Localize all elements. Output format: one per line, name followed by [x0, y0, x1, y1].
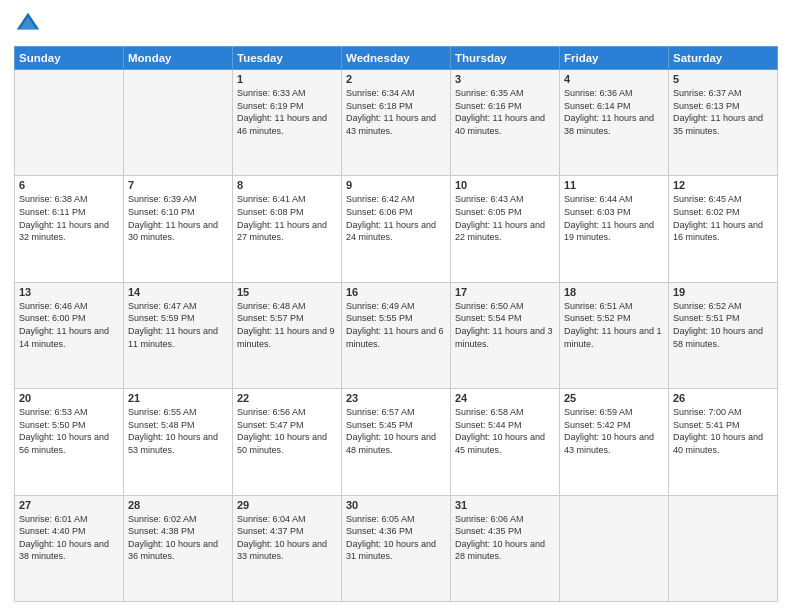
day-info: Sunrise: 6:01 AM Sunset: 4:40 PM Dayligh… — [19, 513, 119, 563]
day-number: 18 — [564, 286, 664, 298]
day-info: Sunrise: 6:39 AM Sunset: 6:10 PM Dayligh… — [128, 193, 228, 243]
calendar-week-row: 27Sunrise: 6:01 AM Sunset: 4:40 PM Dayli… — [15, 495, 778, 601]
day-number: 1 — [237, 73, 337, 85]
calendar-day-cell: 2Sunrise: 6:34 AM Sunset: 6:18 PM Daylig… — [342, 70, 451, 176]
weekday-header-monday: Monday — [124, 47, 233, 70]
day-info: Sunrise: 6:02 AM Sunset: 4:38 PM Dayligh… — [128, 513, 228, 563]
calendar-table: SundayMondayTuesdayWednesdayThursdayFrid… — [14, 46, 778, 602]
day-number: 16 — [346, 286, 446, 298]
day-info: Sunrise: 6:58 AM Sunset: 5:44 PM Dayligh… — [455, 406, 555, 456]
day-info: Sunrise: 6:41 AM Sunset: 6:08 PM Dayligh… — [237, 193, 337, 243]
day-info: Sunrise: 6:05 AM Sunset: 4:36 PM Dayligh… — [346, 513, 446, 563]
day-info: Sunrise: 6:46 AM Sunset: 6:00 PM Dayligh… — [19, 300, 119, 350]
calendar-day-cell: 11Sunrise: 6:44 AM Sunset: 6:03 PM Dayli… — [560, 176, 669, 282]
day-info: Sunrise: 6:44 AM Sunset: 6:03 PM Dayligh… — [564, 193, 664, 243]
day-number: 17 — [455, 286, 555, 298]
calendar-day-cell — [560, 495, 669, 601]
calendar-week-row: 1Sunrise: 6:33 AM Sunset: 6:19 PM Daylig… — [15, 70, 778, 176]
day-info: Sunrise: 6:49 AM Sunset: 5:55 PM Dayligh… — [346, 300, 446, 350]
day-number: 15 — [237, 286, 337, 298]
header — [14, 10, 778, 38]
weekday-header-thursday: Thursday — [451, 47, 560, 70]
day-number: 26 — [673, 392, 773, 404]
day-number: 25 — [564, 392, 664, 404]
calendar-day-cell: 5Sunrise: 6:37 AM Sunset: 6:13 PM Daylig… — [669, 70, 778, 176]
logo-icon — [14, 10, 42, 38]
day-info: Sunrise: 6:45 AM Sunset: 6:02 PM Dayligh… — [673, 193, 773, 243]
calendar-day-cell: 6Sunrise: 6:38 AM Sunset: 6:11 PM Daylig… — [15, 176, 124, 282]
calendar-day-cell: 25Sunrise: 6:59 AM Sunset: 5:42 PM Dayli… — [560, 389, 669, 495]
calendar-day-cell: 21Sunrise: 6:55 AM Sunset: 5:48 PM Dayli… — [124, 389, 233, 495]
day-info: Sunrise: 6:51 AM Sunset: 5:52 PM Dayligh… — [564, 300, 664, 350]
day-info: Sunrise: 6:34 AM Sunset: 6:18 PM Dayligh… — [346, 87, 446, 137]
day-number: 20 — [19, 392, 119, 404]
day-info: Sunrise: 6:57 AM Sunset: 5:45 PM Dayligh… — [346, 406, 446, 456]
day-number: 19 — [673, 286, 773, 298]
weekday-header-sunday: Sunday — [15, 47, 124, 70]
weekday-header-tuesday: Tuesday — [233, 47, 342, 70]
day-info: Sunrise: 6:42 AM Sunset: 6:06 PM Dayligh… — [346, 193, 446, 243]
calendar-day-cell: 31Sunrise: 6:06 AM Sunset: 4:35 PM Dayli… — [451, 495, 560, 601]
calendar-day-cell: 12Sunrise: 6:45 AM Sunset: 6:02 PM Dayli… — [669, 176, 778, 282]
calendar-day-cell: 30Sunrise: 6:05 AM Sunset: 4:36 PM Dayli… — [342, 495, 451, 601]
calendar-day-cell: 10Sunrise: 6:43 AM Sunset: 6:05 PM Dayli… — [451, 176, 560, 282]
calendar-day-cell — [15, 70, 124, 176]
day-info: Sunrise: 6:59 AM Sunset: 5:42 PM Dayligh… — [564, 406, 664, 456]
day-number: 28 — [128, 499, 228, 511]
calendar-day-cell: 14Sunrise: 6:47 AM Sunset: 5:59 PM Dayli… — [124, 282, 233, 388]
calendar-day-cell: 4Sunrise: 6:36 AM Sunset: 6:14 PM Daylig… — [560, 70, 669, 176]
day-number: 29 — [237, 499, 337, 511]
day-info: Sunrise: 6:43 AM Sunset: 6:05 PM Dayligh… — [455, 193, 555, 243]
day-number: 4 — [564, 73, 664, 85]
logo — [14, 10, 46, 38]
day-info: Sunrise: 6:37 AM Sunset: 6:13 PM Dayligh… — [673, 87, 773, 137]
day-number: 9 — [346, 179, 446, 191]
calendar-day-cell: 3Sunrise: 6:35 AM Sunset: 6:16 PM Daylig… — [451, 70, 560, 176]
day-number: 5 — [673, 73, 773, 85]
calendar-day-cell: 27Sunrise: 6:01 AM Sunset: 4:40 PM Dayli… — [15, 495, 124, 601]
day-info: Sunrise: 6:47 AM Sunset: 5:59 PM Dayligh… — [128, 300, 228, 350]
day-number: 12 — [673, 179, 773, 191]
calendar-day-cell — [669, 495, 778, 601]
day-number: 13 — [19, 286, 119, 298]
calendar-day-cell: 23Sunrise: 6:57 AM Sunset: 5:45 PM Dayli… — [342, 389, 451, 495]
day-info: Sunrise: 6:52 AM Sunset: 5:51 PM Dayligh… — [673, 300, 773, 350]
calendar-day-cell: 15Sunrise: 6:48 AM Sunset: 5:57 PM Dayli… — [233, 282, 342, 388]
day-number: 27 — [19, 499, 119, 511]
calendar-day-cell: 20Sunrise: 6:53 AM Sunset: 5:50 PM Dayli… — [15, 389, 124, 495]
weekday-header-wednesday: Wednesday — [342, 47, 451, 70]
day-number: 7 — [128, 179, 228, 191]
day-number: 6 — [19, 179, 119, 191]
day-info: Sunrise: 6:53 AM Sunset: 5:50 PM Dayligh… — [19, 406, 119, 456]
calendar-day-cell: 9Sunrise: 6:42 AM Sunset: 6:06 PM Daylig… — [342, 176, 451, 282]
calendar-week-row: 20Sunrise: 6:53 AM Sunset: 5:50 PM Dayli… — [15, 389, 778, 495]
calendar-day-cell — [124, 70, 233, 176]
calendar-day-cell: 7Sunrise: 6:39 AM Sunset: 6:10 PM Daylig… — [124, 176, 233, 282]
calendar-day-cell: 19Sunrise: 6:52 AM Sunset: 5:51 PM Dayli… — [669, 282, 778, 388]
day-number: 21 — [128, 392, 228, 404]
day-info: Sunrise: 6:56 AM Sunset: 5:47 PM Dayligh… — [237, 406, 337, 456]
day-number: 2 — [346, 73, 446, 85]
day-number: 11 — [564, 179, 664, 191]
day-number: 30 — [346, 499, 446, 511]
calendar-week-row: 6Sunrise: 6:38 AM Sunset: 6:11 PM Daylig… — [15, 176, 778, 282]
calendar-day-cell: 22Sunrise: 6:56 AM Sunset: 5:47 PM Dayli… — [233, 389, 342, 495]
calendar-day-cell: 16Sunrise: 6:49 AM Sunset: 5:55 PM Dayli… — [342, 282, 451, 388]
day-info: Sunrise: 6:06 AM Sunset: 4:35 PM Dayligh… — [455, 513, 555, 563]
calendar-day-cell: 26Sunrise: 7:00 AM Sunset: 5:41 PM Dayli… — [669, 389, 778, 495]
calendar-day-cell: 8Sunrise: 6:41 AM Sunset: 6:08 PM Daylig… — [233, 176, 342, 282]
day-info: Sunrise: 6:38 AM Sunset: 6:11 PM Dayligh… — [19, 193, 119, 243]
day-info: Sunrise: 6:36 AM Sunset: 6:14 PM Dayligh… — [564, 87, 664, 137]
weekday-header-row: SundayMondayTuesdayWednesdayThursdayFrid… — [15, 47, 778, 70]
day-number: 24 — [455, 392, 555, 404]
weekday-header-friday: Friday — [560, 47, 669, 70]
day-number: 14 — [128, 286, 228, 298]
day-info: Sunrise: 6:50 AM Sunset: 5:54 PM Dayligh… — [455, 300, 555, 350]
calendar-day-cell: 18Sunrise: 6:51 AM Sunset: 5:52 PM Dayli… — [560, 282, 669, 388]
day-number: 8 — [237, 179, 337, 191]
day-info: Sunrise: 7:00 AM Sunset: 5:41 PM Dayligh… — [673, 406, 773, 456]
calendar-day-cell: 28Sunrise: 6:02 AM Sunset: 4:38 PM Dayli… — [124, 495, 233, 601]
calendar-day-cell: 29Sunrise: 6:04 AM Sunset: 4:37 PM Dayli… — [233, 495, 342, 601]
day-info: Sunrise: 6:55 AM Sunset: 5:48 PM Dayligh… — [128, 406, 228, 456]
weekday-header-saturday: Saturday — [669, 47, 778, 70]
